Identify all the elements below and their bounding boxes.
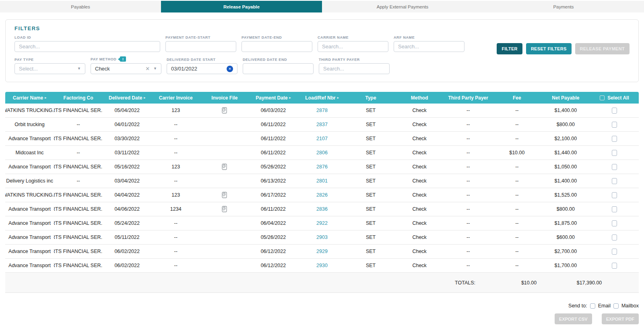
cell-method: Check [395, 122, 444, 127]
carrier-name-label: CARRIER NAME [318, 35, 388, 39]
cell-file [200, 107, 249, 114]
cell-carrier: WATKINS TRUCKING... [5, 192, 54, 198]
load-ref-link[interactable]: 2922 [316, 220, 328, 226]
cell-select [590, 164, 639, 170]
third-party-payer-input[interactable] [319, 63, 390, 74]
column-header-carrier[interactable]: Carrier Name▸ [5, 95, 54, 101]
cell-type: SET [347, 108, 395, 113]
row-checkbox[interactable] [612, 122, 617, 128]
cell-method: Check [395, 206, 444, 212]
cell-fee: -- [493, 136, 541, 141]
tab-apply-external-payments[interactable]: Apply External Payments [322, 1, 483, 12]
cell-third_party: -- [444, 263, 493, 268]
cell-type: SET [347, 234, 395, 240]
delivered-date-start-input[interactable]: 03/01/2022 ✕ [167, 63, 237, 74]
cell-factoring: -- [54, 122, 103, 127]
load-ref-link[interactable]: 2801 [316, 178, 328, 184]
cell-invoice: -- [151, 178, 200, 184]
delivered-date-end-input[interactable] [243, 63, 314, 74]
column-header-payment[interactable]: Payment Date▸ [249, 95, 297, 101]
cell-type: SET [347, 220, 395, 226]
load-ref-link[interactable]: 2929 [316, 249, 328, 254]
chevron-down-icon: ▼ [153, 67, 157, 71]
load-ref-link[interactable]: 2878 [316, 108, 328, 113]
clear-date-icon[interactable]: ✕ [227, 66, 233, 72]
column-header-label: Third Party Payer [448, 95, 488, 101]
column-header-load_ref[interactable]: Load/Ref Nbr▸ [297, 95, 346, 101]
clear-icon[interactable]: ✕ [145, 66, 150, 71]
load-ref-link[interactable]: 2107 [316, 136, 328, 141]
delivered-date-start-label: DELIVERED DATE START [167, 58, 237, 62]
row-checkbox[interactable] [612, 108, 617, 114]
cell-net: $1,400.00 [541, 178, 590, 184]
tab-bar: Payables Release Payable Apply External … [0, 1, 644, 12]
row-checkbox[interactable] [612, 263, 617, 269]
cell-fee: -- [493, 178, 541, 184]
cell-net: $800.00 [541, 206, 590, 212]
column-header-delivered[interactable]: Delivered Date▸ [103, 95, 151, 101]
column-header-select[interactable]: Select All [590, 95, 639, 101]
cell-invoice: 1234 [151, 206, 200, 212]
load-ref-link[interactable]: 2903 [316, 234, 328, 240]
mailbox-checkbox[interactable] [613, 303, 619, 309]
cell-invoice: -- [151, 249, 200, 254]
row-checkbox[interactable] [612, 136, 617, 142]
column-header-label: Fee [513, 95, 521, 101]
column-header-type: Type [347, 95, 395, 101]
arf-name-input[interactable] [394, 41, 464, 52]
column-header-invoice: Carrier Invoice [151, 95, 200, 101]
cell-type: SET [347, 122, 395, 127]
row-checkbox[interactable] [612, 220, 617, 226]
load-id-input[interactable] [14, 41, 160, 52]
cell-invoice: 123 [151, 108, 200, 113]
export-csv-button[interactable]: EXPORT CSV [555, 313, 592, 324]
row-checkbox[interactable] [612, 164, 617, 170]
load-ref-link[interactable]: 2837 [316, 122, 328, 127]
invoice-file-icon[interactable] [222, 206, 227, 212]
sort-caret-icon: ▸ [144, 96, 145, 100]
tab-release-payable[interactable]: Release Payable [161, 1, 322, 12]
cell-delivered: 05/16/2022 [103, 164, 151, 170]
row-checkbox[interactable] [612, 206, 617, 212]
row-checkbox[interactable] [612, 234, 617, 241]
filters-panel: FILTERS LOAD ID PAYMENT DATE-START PAYME… [5, 19, 639, 82]
select-all-checkbox[interactable] [600, 95, 605, 100]
carrier-name-input[interactable] [318, 41, 388, 52]
pay-type-select[interactable]: Select... ▼ [14, 63, 85, 74]
load-ref-link[interactable]: 2836 [316, 206, 328, 212]
cell-type: SET [347, 178, 395, 184]
cell-net: $1,400.00 [541, 108, 590, 113]
invoice-file-icon[interactable] [222, 164, 227, 170]
load-ref-link[interactable]: 2930 [316, 263, 328, 268]
email-checkbox[interactable] [590, 303, 595, 309]
row-checkbox[interactable] [612, 192, 617, 198]
column-header-label: Load/Ref Nbr [305, 95, 335, 101]
load-ref-link[interactable]: 2876 [316, 164, 328, 170]
invoice-file-icon[interactable] [222, 107, 227, 114]
invoice-file-icon[interactable] [222, 192, 227, 198]
cell-delivered: 05/04/2022 [103, 108, 151, 113]
cell-delivered: 06/02/2022 [103, 249, 151, 254]
tab-payables[interactable]: Payables [0, 1, 161, 12]
table-body: WATKINS TRUCKING...RTS FINANCIAL SER...0… [5, 104, 639, 273]
cell-net: $2,100.00 [541, 136, 590, 141]
tab-payments[interactable]: Payments [483, 1, 644, 12]
filter-button[interactable]: FILTER [497, 43, 522, 54]
table-row: Advance TransportRTS FINANCIAL SER...05/… [5, 230, 639, 245]
load-ref-link[interactable]: 2806 [316, 150, 328, 156]
load-ref-link[interactable]: 2826 [316, 192, 328, 198]
cell-carrier: Advance Transport [5, 263, 54, 268]
row-checkbox[interactable] [612, 249, 617, 255]
reset-filters-button[interactable]: RESET FILTERS [526, 43, 572, 54]
table-row: Advance TransportRTS FINANCIAL SER...03/… [5, 132, 639, 146]
export-pdf-button[interactable]: EXPORT PDF [602, 313, 639, 324]
cell-load_ref: 2806 [297, 150, 346, 156]
payment-date-start-input[interactable] [165, 41, 236, 52]
row-checkbox[interactable] [612, 178, 617, 184]
row-checkbox[interactable] [612, 150, 617, 156]
cell-select [590, 234, 639, 241]
cell-load_ref: 2929 [297, 249, 346, 254]
pay-method-select[interactable]: Check ✕ ▼ [91, 63, 161, 74]
release-payment-button[interactable]: RELEASE PAYMENT [575, 43, 630, 54]
payment-date-end-input[interactable] [242, 41, 312, 52]
